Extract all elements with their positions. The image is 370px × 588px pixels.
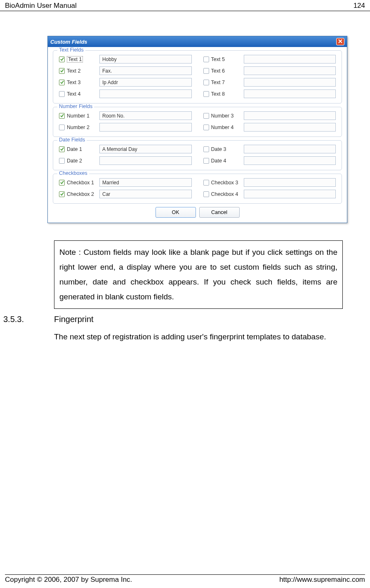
field-label-wrap: Text 7 <box>203 80 241 85</box>
page-number: 124 <box>354 2 365 10</box>
body-text: The next step of registration is adding … <box>54 332 343 341</box>
field-input[interactable] <box>244 123 336 132</box>
custom-fields-dialog: Custom Fields Text FieldsText 1HobbyText… <box>47 36 347 223</box>
field-input[interactable]: Fax. <box>99 66 192 75</box>
field-label-wrap: Date 3 <box>203 146 241 152</box>
checkbox[interactable] <box>59 180 65 186</box>
field-label: Date 1 <box>67 146 82 152</box>
dialog-title: Custom Fields <box>50 39 87 45</box>
field-input[interactable] <box>99 89 192 98</box>
field-label: Text 2 <box>67 68 80 74</box>
field-label-wrap: Checkbox 1 <box>59 180 97 186</box>
field-label: Date 4 <box>211 158 226 164</box>
field-label-wrap: Date 1 <box>59 146 97 152</box>
section-heading: 3.5.3. Fingerprint <box>3 315 370 324</box>
checkbox[interactable] <box>59 191 65 197</box>
field-row: Number 3 <box>203 111 336 120</box>
checkbox[interactable] <box>59 68 65 74</box>
field-input[interactable]: Ip Addr <box>99 78 192 87</box>
field-label: Checkbox 4 <box>211 191 238 197</box>
checkbox[interactable] <box>203 180 209 186</box>
dialog-screenshot: Custom Fields Text FieldsText 1HobbyText… <box>47 36 347 223</box>
fieldgroup-checkbox: CheckboxesCheckbox 1MarriedCheckbox 3Che… <box>53 174 342 204</box>
checkbox[interactable] <box>203 56 209 62</box>
field-row: Date 3 <box>203 145 336 153</box>
field-label: Number 4 <box>211 125 234 130</box>
checkbox[interactable] <box>203 91 209 97</box>
field-label: Number 1 <box>67 113 90 119</box>
footer-url: http://www.supremainc.com <box>279 576 365 584</box>
field-label-wrap: Text 2 <box>59 68 97 74</box>
checkbox[interactable] <box>59 113 65 119</box>
fieldgroup-legend: Date Fields <box>57 137 87 143</box>
field-label: Date 3 <box>211 146 226 152</box>
field-input[interactable] <box>244 178 336 187</box>
fieldgroup-date: Date FieldsDate 1A Memorial DayDate 3Dat… <box>53 140 342 170</box>
fieldgroup-legend: Text Fields <box>57 47 85 53</box>
field-row: Text 1Hobby <box>59 55 192 64</box>
field-input[interactable] <box>244 111 336 120</box>
checkbox[interactable] <box>203 146 209 152</box>
checkbox[interactable] <box>59 125 65 130</box>
field-label: Text 1 <box>67 56 83 63</box>
field-input[interactable]: Car <box>99 190 192 198</box>
checkbox[interactable] <box>203 113 209 119</box>
field-input[interactable] <box>244 190 336 198</box>
header-title: BioAdmin User Manual <box>5 2 77 10</box>
field-label-wrap: Text 4 <box>59 91 97 97</box>
field-input[interactable] <box>244 78 336 87</box>
field-label: Text 5 <box>211 56 225 62</box>
field-label: Date 2 <box>67 158 82 164</box>
checkbox[interactable] <box>203 158 209 164</box>
field-label: Checkbox 1 <box>67 180 94 186</box>
field-row: Text 4 <box>59 89 192 98</box>
field-input[interactable] <box>99 123 192 132</box>
checkbox[interactable] <box>59 146 65 152</box>
field-row: Checkbox 1Married <box>59 178 192 187</box>
field-label-wrap: Number 1 <box>59 113 97 119</box>
field-grid: Checkbox 1MarriedCheckbox 3Checkbox 2Car… <box>59 178 336 198</box>
field-grid: Date 1A Memorial DayDate 3Date 2Date 4 <box>59 145 336 165</box>
field-label-wrap: Text 1 <box>59 56 97 63</box>
checkbox[interactable] <box>59 80 65 85</box>
field-input[interactable] <box>244 156 336 165</box>
dialog-titlebar: Custom Fields <box>48 36 347 47</box>
field-input[interactable]: Room No. <box>99 111 192 120</box>
checkbox[interactable] <box>59 91 65 97</box>
field-row: Date 4 <box>203 156 336 165</box>
field-input[interactable] <box>244 145 336 153</box>
cancel-button[interactable]: Cancel <box>199 207 240 218</box>
field-label-wrap: Number 4 <box>203 125 241 130</box>
field-input[interactable] <box>244 89 336 98</box>
field-input[interactable]: Married <box>99 178 192 187</box>
field-label: Checkbox 2 <box>67 191 94 197</box>
field-input[interactable] <box>244 66 336 75</box>
field-label: Text 7 <box>211 80 225 85</box>
field-label: Number 3 <box>211 113 234 119</box>
field-row: Checkbox 4 <box>203 190 336 198</box>
close-button[interactable] <box>336 38 344 45</box>
field-label-wrap: Checkbox 3 <box>203 180 241 186</box>
field-grid: Text 1HobbyText 5Text 2Fax.Text 6Text 3I… <box>59 55 336 98</box>
field-row: Text 3Ip Addr <box>59 78 192 87</box>
checkbox[interactable] <box>59 158 65 164</box>
field-row: Text 5 <box>203 55 336 64</box>
field-input[interactable] <box>99 156 192 165</box>
field-label: Text 8 <box>211 91 225 97</box>
field-input[interactable] <box>244 55 336 64</box>
note-box: Note : Custom fields may look like a bla… <box>54 240 343 309</box>
section-title: Fingerprint <box>54 315 94 324</box>
checkbox[interactable] <box>203 191 209 197</box>
checkbox[interactable] <box>59 56 65 62</box>
field-label-wrap: Text 8 <box>203 91 241 97</box>
field-row: Number 4 <box>203 123 336 132</box>
field-label-wrap: Text 5 <box>203 56 241 62</box>
checkbox[interactable] <box>203 125 209 130</box>
field-label: Text 3 <box>67 80 80 85</box>
field-input[interactable]: Hobby <box>99 55 192 64</box>
checkbox[interactable] <box>203 68 209 74</box>
checkbox[interactable] <box>203 80 209 85</box>
field-input[interactable]: A Memorial Day <box>99 145 192 153</box>
ok-button[interactable]: OK <box>156 207 196 218</box>
field-row: Text 6 <box>203 66 336 75</box>
